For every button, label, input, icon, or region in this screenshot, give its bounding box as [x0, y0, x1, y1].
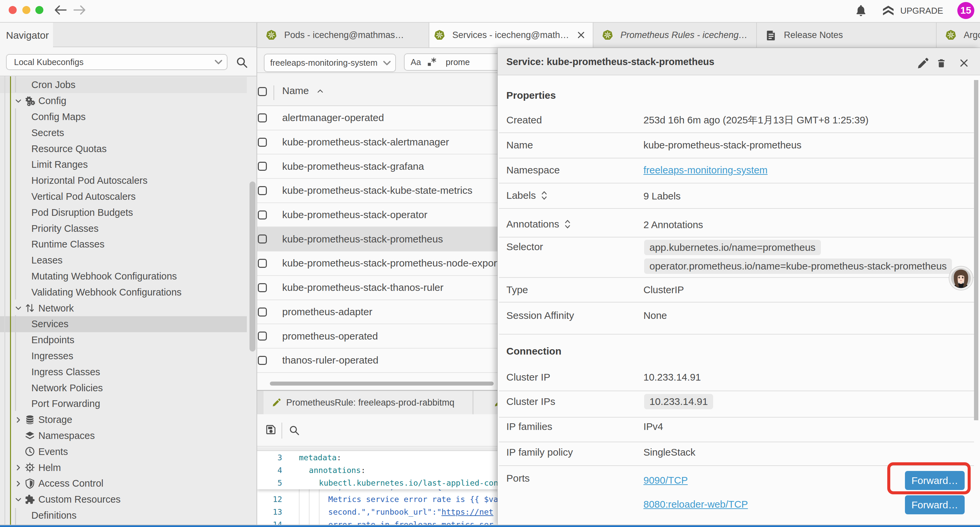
tree-chevron-icon[interactable]: [15, 480, 22, 487]
sidebar-tree-item[interactable]: Ingress Classes: [0, 364, 247, 380]
sidebar-search-icon[interactable]: [234, 53, 250, 72]
kubernetes-icon: [434, 30, 445, 41]
forward-button[interactable]: Forward…: [905, 495, 965, 514]
sidebar-tree-item[interactable]: Cron Jobs: [0, 77, 247, 93]
namespace-select-value: freeleaps-monitoring-system: [270, 58, 378, 68]
tab-services[interactable]: Services - icecheng@math…: [429, 23, 593, 47]
forward-button[interactable]: [73, 4, 86, 16]
editor-search-icon[interactable]: [289, 425, 299, 436]
row-separator: [499, 302, 974, 303]
tree-item-label: Vertical Pod Autoscalers: [31, 191, 136, 202]
sidebar-tree-item[interactable]: Definitions: [0, 508, 247, 524]
runbook-url-link[interactable]: https://net: [442, 507, 494, 517]
sidebar-tree-item[interactable]: Pod Disruption Budgets: [0, 204, 247, 220]
tree-chevron-icon[interactable]: [15, 496, 22, 503]
traffic-light-minimize[interactable]: [22, 6, 30, 14]
back-button[interactable]: [54, 4, 67, 16]
expand-toggle-icon[interactable]: [565, 219, 571, 229]
tree-chevron-icon[interactable]: [15, 97, 22, 105]
drawer-scrollbar[interactable]: [974, 80, 978, 420]
cluster-ip-value: 10.233.14.91: [643, 371, 701, 383]
namespace-link[interactable]: freeleaps-monitoring-system: [643, 164, 767, 175]
port-forward-link[interactable]: 9090/TCP: [643, 474, 688, 486]
close-tab-icon[interactable]: [577, 31, 585, 39]
column-divider[interactable]: [274, 85, 274, 100]
row-checkbox[interactable]: [258, 138, 267, 147]
save-button[interactable]: [265, 424, 277, 435]
column-header-name[interactable]: Name: [282, 85, 309, 96]
kubernetes-icon: [266, 30, 277, 41]
edit-button[interactable]: [916, 57, 930, 70]
sidebar-tree-item[interactable]: Endpoints: [0, 332, 247, 348]
sidebar-tree-item[interactable]: Secrets: [0, 125, 247, 141]
row-checkbox[interactable]: [258, 210, 267, 220]
sidebar-tree-item[interactable]: Storage: [0, 412, 247, 428]
tree-chevron-icon[interactable]: [15, 416, 22, 424]
annotations-value: 2 Annotations: [643, 219, 703, 231]
row-checkbox[interactable]: [258, 162, 267, 171]
tree-group-icon: [25, 382, 35, 393]
sidebar-tree-item[interactable]: Mutating Webhook Configurations: [0, 269, 247, 285]
tree-chevron-icon[interactable]: [15, 304, 22, 312]
tab-release-notes[interactable]: Release Notes: [757, 23, 937, 47]
dock-tab-prometheusrule[interactable]: PrometheusRule: freeleaps-prod-rabbitmq: [264, 391, 473, 414]
editor-line-text: annotations:: [309, 464, 366, 477]
tab-argo[interactable]: Argo Se: [937, 23, 980, 47]
namespace-select[interactable]: freeleaps-monitoring-system: [264, 54, 396, 72]
row-checkbox[interactable]: [258, 283, 267, 292]
row-checkbox[interactable]: [258, 356, 267, 365]
sidebar-tree-item[interactable]: Resource Quotas: [0, 141, 247, 157]
sidebar-tree-item[interactable]: Helm: [0, 460, 247, 476]
sort-ascending-icon: [317, 89, 323, 94]
upgrade-button[interactable]: UPGRADE: [882, 4, 943, 18]
expand-toggle-icon[interactable]: [541, 191, 547, 201]
line-number-gutter: 3: [257, 451, 282, 464]
sidebar-scrollbar[interactable]: [250, 182, 256, 352]
tree-group-icon: [25, 431, 35, 441]
regex-toggle-icon[interactable]: [427, 57, 437, 67]
sidebar-tree-item[interactable]: Vertical Pod Autoscalers: [0, 189, 247, 205]
sidebar-tree-item[interactable]: Runtime Classes: [0, 236, 247, 253]
avatar[interactable]: [949, 266, 973, 291]
sidebar-tree-item[interactable]: Services: [0, 316, 247, 332]
sidebar-tree-item[interactable]: Events: [0, 444, 247, 460]
row-separator: [499, 183, 974, 183]
tree-chevron-icon[interactable]: [15, 432, 22, 439]
sidebar-tree-item[interactable]: Horizontal Pod Autoscalers: [0, 173, 247, 189]
select-all-checkbox[interactable]: [258, 87, 267, 96]
tab-pods[interactable]: Pods - icecheng@mathmas…: [257, 23, 429, 47]
table-horizontal-scrollbar[interactable]: [270, 382, 494, 385]
traffic-light-close[interactable]: [9, 6, 17, 14]
row-checkbox[interactable]: [258, 113, 267, 123]
sidebar-tree-item[interactable]: Access Control: [0, 476, 247, 492]
row-checkbox[interactable]: [258, 234, 267, 244]
sidebar-tree-item[interactable]: Priority Classes: [0, 220, 247, 236]
drawer-close-icon[interactable]: [959, 58, 969, 68]
match-case-toggle[interactable]: Aa: [410, 57, 421, 67]
delete-button[interactable]: [935, 57, 947, 70]
tree-chevron-icon[interactable]: [15, 464, 22, 471]
tree-chevron-icon[interactable]: [15, 448, 22, 455]
notification-count-badge[interactable]: 15: [957, 2, 974, 19]
sidebar-tree-item[interactable]: Config Maps: [0, 109, 247, 125]
tree-group-icon: [25, 462, 35, 473]
sidebar-tree-item[interactable]: Validating Webhook Configurations: [0, 284, 247, 300]
sidebar-tree-item[interactable]: Network: [0, 300, 247, 316]
sidebar-tree-item[interactable]: Config: [0, 93, 247, 109]
row-checkbox[interactable]: [258, 307, 267, 317]
row-checkbox[interactable]: [258, 186, 267, 195]
kubeconfig-select[interactable]: Local Kubeconfigs: [6, 54, 228, 70]
sidebar-tree-item[interactable]: Namespaces: [0, 428, 247, 444]
traffic-light-maximize[interactable]: [35, 6, 43, 14]
notifications-bell-icon[interactable]: [854, 4, 866, 18]
sidebar-tree-item[interactable]: Network Policies: [0, 380, 247, 396]
row-checkbox[interactable]: [258, 331, 267, 341]
sidebar-tree-item[interactable]: Limit Ranges: [0, 157, 247, 173]
port-forward-link[interactable]: 8080:reloader-web/TCP: [643, 498, 748, 509]
sidebar-tree-item[interactable]: Port Forwarding: [0, 396, 247, 412]
row-checkbox[interactable]: [258, 259, 267, 268]
sidebar-tree-item[interactable]: Custom Resources: [0, 492, 247, 508]
sidebar-tree-item[interactable]: Leases: [0, 253, 247, 269]
sidebar-tree-item[interactable]: Ingresses: [0, 348, 247, 364]
tab-prometheus-rules[interactable]: Prometheus Rules - icecheng…: [593, 23, 757, 47]
